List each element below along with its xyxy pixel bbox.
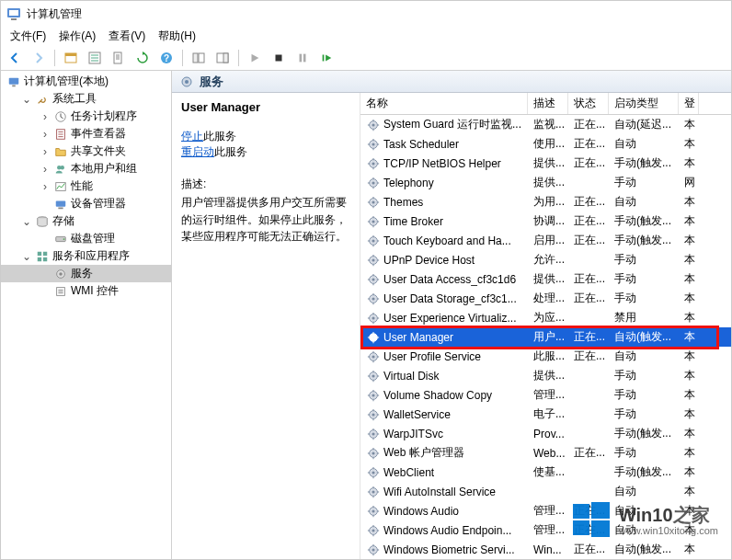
restart-link[interactable]: 重启动	[181, 145, 214, 158]
disk-icon	[53, 232, 68, 246]
col-logon[interactable]: 登	[679, 93, 699, 114]
stop-link[interactable]: 停止	[181, 130, 203, 143]
service-desc-cell: Web...	[528, 447, 568, 460]
toolbar-separator	[182, 50, 183, 66]
service-row[interactable]: WebClient使基...手动(触发...本	[360, 463, 731, 482]
service-status-cell: 正在...	[568, 271, 609, 287]
service-logon-cell: 本	[679, 252, 699, 268]
tree-system-tools[interactable]: ⌄ 系统工具	[1, 90, 171, 108]
tree-event-viewer[interactable]: › 事件查看器	[1, 125, 171, 143]
clock-icon	[53, 109, 68, 124]
service-row[interactable]: User Data Access_cf3c1d6提供...正在...手动本	[360, 269, 731, 289]
tree-task-scheduler[interactable]: › 任务计划程序	[1, 108, 171, 125]
titlebar: 计算机管理	[1, 1, 731, 27]
expand-icon[interactable]: ›	[40, 146, 51, 157]
svg-rect-21	[12, 85, 16, 86]
properties-button[interactable]	[85, 48, 105, 68]
tree-performance[interactable]: › 性能	[1, 177, 171, 195]
export-button[interactable]	[109, 48, 129, 68]
back-button[interactable]	[5, 48, 25, 68]
apps-icon	[35, 249, 50, 264]
expand-icon[interactable]: ⌄	[21, 94, 32, 105]
expand-icon[interactable]: ›	[40, 111, 51, 122]
help-button[interactable]: ?	[156, 48, 177, 68]
service-row[interactable]: Web 帐户管理器Web...正在...手动本	[360, 443, 731, 463]
tree-pane[interactable]: 计算机管理(本地) ⌄ 系统工具 › 任务计划程序 › 事件查看器 › 共享文件…	[1, 71, 172, 559]
tree-storage[interactable]: ⌄ 存储	[1, 212, 171, 230]
tree-root[interactable]: 计算机管理(本地)	[1, 73, 171, 90]
service-logon-cell: 本	[679, 117, 699, 132]
gear-icon	[366, 446, 380, 460]
tree-local-users[interactable]: › 本地用户和组	[1, 160, 171, 177]
svg-rect-1	[9, 10, 18, 16]
service-logon-cell: 本	[679, 445, 699, 461]
service-row[interactable]: Volume Shadow Copy管理...手动本	[360, 385, 731, 405]
service-row[interactable]: TCP/IP NetBIOS Helper提供...正在...手动(触发...本	[360, 154, 731, 173]
expand-icon[interactable]: ›	[40, 181, 51, 192]
show-hide-action-button[interactable]	[212, 48, 233, 68]
service-status-cell: 正在...	[568, 329, 609, 345]
svg-point-72	[372, 220, 374, 223]
service-row[interactable]: Wifi AutoInstall Service自动本	[360, 482, 731, 501]
expand-icon[interactable]: ›	[40, 129, 51, 140]
tree-disk-management[interactable]: › 磁盘管理	[1, 230, 171, 247]
service-name-cell: Windows Audio	[383, 505, 459, 518]
service-row[interactable]: Task Scheduler使用...正在...自动本	[360, 134, 731, 154]
tree-services[interactable]: › 服务	[1, 265, 171, 282]
col-status[interactable]: 状态	[568, 93, 609, 114]
service-row[interactable]: Telephony提供...手动网	[360, 173, 731, 192]
svg-rect-18	[303, 53, 306, 62]
menu-action[interactable]: 操作(A)	[53, 27, 101, 46]
tree-services-apps[interactable]: ⌄ 服务和应用程序	[1, 247, 171, 265]
service-row[interactable]: User Manager用户...正在...自动(触发...本	[360, 327, 731, 347]
up-button[interactable]	[61, 48, 81, 68]
service-logon-cell: 本	[679, 349, 699, 364]
service-row[interactable]: System Guard 运行时监视...监视...正在...自动(延迟...本	[360, 115, 731, 134]
col-name[interactable]: 名称	[360, 93, 528, 114]
service-status-cell: 正在...	[568, 155, 609, 171]
service-row[interactable]: Themes为用...正在...自动本	[360, 192, 731, 211]
tree-shared-folders[interactable]: › 共享文件夹	[1, 143, 171, 160]
refresh-button[interactable]	[132, 48, 153, 68]
window-title: 计算机管理	[27, 6, 82, 22]
service-row[interactable]: WalletService电子...手动本	[360, 405, 731, 424]
service-name-cell: User Manager	[383, 331, 453, 344]
gear-icon	[366, 330, 380, 344]
col-start[interactable]: 启动类型	[609, 93, 679, 114]
tree-device-manager[interactable]: › 设备管理器	[1, 195, 171, 212]
expand-icon[interactable]: ⌄	[21, 251, 32, 262]
svg-rect-12	[193, 53, 198, 63]
expand-icon[interactable]: ›	[40, 164, 51, 175]
service-row[interactable]: Touch Keyboard and Ha...启用...正在...手动(触发.…	[360, 231, 731, 250]
forward-button[interactable]	[29, 48, 49, 68]
service-row[interactable]: Virtual Disk提供...手动本	[360, 366, 731, 385]
service-row[interactable]: User Profile Service此服...正在...自动本	[360, 347, 731, 366]
svg-rect-32	[38, 251, 41, 255]
stop-service-button[interactable]	[269, 48, 289, 68]
menu-file[interactable]: 文件(F)	[5, 27, 51, 46]
service-row[interactable]: UPnP Device Host允许...手动本	[360, 250, 731, 269]
gear-icon	[366, 523, 380, 537]
service-row[interactable]: Windows Biometric Servi...Win...正在...自动(…	[360, 540, 731, 559]
service-name-cell: Time Broker	[383, 215, 443, 228]
service-row[interactable]: Time Broker协调...正在...手动(触发...本	[360, 211, 731, 231]
service-logon-cell: 本	[679, 426, 699, 441]
show-hide-tree-button[interactable]	[189, 48, 209, 68]
menu-help[interactable]: 帮助(H)	[153, 27, 201, 46]
description-text: 用户管理器提供多用户交互所需要的运行时组件。如果停止此服务，某些应用程序可能无法…	[181, 194, 350, 246]
service-name-cell: Web 帐户管理器	[383, 445, 464, 461]
tree-wmi-control[interactable]: › WMI 控件	[1, 282, 171, 300]
restart-service-button[interactable]	[316, 48, 337, 68]
expand-icon[interactable]: ⌄	[21, 216, 32, 227]
list-header: 名称 描述 状态 启动类型 登	[360, 93, 731, 115]
gear-icon	[366, 349, 380, 363]
pause-service-button[interactable]	[292, 48, 313, 68]
gear-icon	[366, 253, 380, 267]
col-desc[interactable]: 描述	[528, 93, 568, 114]
service-row[interactable]: WarpJITSvcProv...手动(触发...本	[360, 424, 731, 443]
service-row[interactable]: User Experience Virtualiz...为应...禁用本	[360, 308, 731, 327]
menu-view[interactable]: 查看(V)	[103, 27, 151, 46]
service-row[interactable]: User Data Storage_cf3c1...处理...正在...手动本	[360, 289, 731, 308]
start-service-button[interactable]	[245, 48, 265, 68]
list-body[interactable]: System Guard 运行时监视...监视...正在...自动(延迟...本…	[360, 115, 731, 559]
